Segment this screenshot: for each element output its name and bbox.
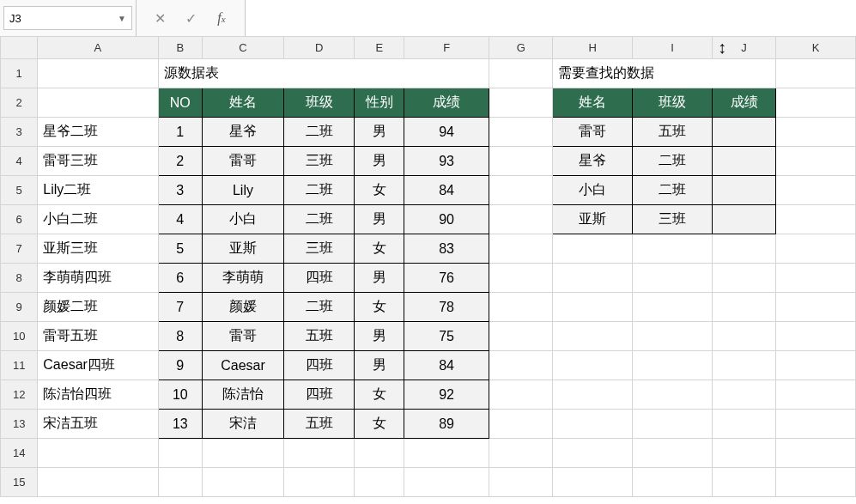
lk-hdr[interactable]: 成绩 [712,88,775,118]
spreadsheet[interactable]: A B C D E F G H I J K 1 源数据表 [0,36,856,497]
cell[interactable] [489,264,553,293]
col-header[interactable]: B [158,37,203,59]
col-header[interactable]: E [355,37,404,59]
col-header[interactable]: F [404,37,489,59]
cell[interactable] [158,468,203,497]
cell[interactable]: 4 [158,205,203,234]
cell[interactable]: 9 [158,351,203,380]
cell[interactable]: 13 [158,410,203,439]
cell[interactable]: 5 [158,234,203,264]
cell[interactable] [404,439,489,468]
row-header[interactable]: 15 [1,468,38,497]
src-hdr[interactable]: 班级 [283,88,354,118]
cell[interactable]: 7 [158,293,203,322]
cell[interactable] [712,176,775,205]
cell[interactable] [489,176,553,205]
cell[interactable] [712,264,775,293]
cell[interactable] [489,439,553,468]
cell[interactable]: 1 [158,118,203,147]
formula-input[interactable] [246,0,856,36]
cell[interactable]: 男 [355,264,404,293]
cell[interactable]: 四班 [283,351,354,380]
cell[interactable] [355,439,404,468]
cell[interactable]: 75 [404,322,489,351]
col-header[interactable]: J [712,37,775,59]
cell[interactable] [553,468,633,497]
cell[interactable] [203,439,284,468]
cell[interactable]: 78 [404,293,489,322]
col-header[interactable]: K [776,37,856,59]
cell[interactable]: 颜媛二班 [38,293,158,322]
cell[interactable] [776,410,856,439]
src-hdr[interactable]: 性别 [355,88,404,118]
cell[interactable]: 3 [158,176,203,205]
cell[interactable]: 李萌萌四班 [38,264,158,293]
cell[interactable] [633,234,713,264]
cell[interactable]: Caesar四班 [38,351,158,380]
cell[interactable]: 五班 [633,118,713,147]
cell[interactable] [553,439,633,468]
cell[interactable]: 女 [355,410,404,439]
cell[interactable]: 76 [404,264,489,293]
src-hdr[interactable]: NO [158,88,203,118]
cell[interactable]: 男 [355,147,404,176]
col-header[interactable]: G [489,37,553,59]
row-header[interactable]: 8 [1,264,38,293]
col-header[interactable]: H [553,37,633,59]
cell[interactable]: 三班 [633,205,713,234]
cell[interactable] [489,468,553,497]
cell[interactable]: 二班 [283,118,354,147]
cell[interactable] [553,322,633,351]
cell[interactable] [355,468,404,497]
cell[interactable]: 宋洁 [203,410,284,439]
cell[interactable]: Lily [203,176,284,205]
cell[interactable]: 93 [404,147,489,176]
cell[interactable]: 男 [355,322,404,351]
cell[interactable]: 男 [355,205,404,234]
cell[interactable]: 男 [355,118,404,147]
cell[interactable] [776,380,856,410]
cell[interactable]: 星爷二班 [38,118,158,147]
col-header[interactable]: D [283,37,354,59]
col-header[interactable]: A [38,37,158,59]
cell[interactable]: 雷哥五班 [38,322,158,351]
cell[interactable]: 二班 [633,147,713,176]
cell[interactable] [776,205,856,234]
cell[interactable] [712,439,775,468]
cell[interactable] [633,380,713,410]
row-header[interactable]: 10 [1,322,38,351]
cell[interactable] [712,351,775,380]
cell[interactable] [776,234,856,264]
cell[interactable]: 李萌萌 [203,264,284,293]
cell[interactable]: 五班 [283,322,354,351]
cell[interactable] [776,59,856,88]
cell[interactable] [712,147,775,176]
cell[interactable] [776,351,856,380]
cell[interactable] [38,59,158,88]
cell[interactable]: 6 [158,264,203,293]
cell[interactable] [776,468,856,497]
cell[interactable]: 三班 [283,234,354,264]
cell[interactable]: 四班 [283,264,354,293]
cell[interactable]: 女 [355,176,404,205]
cell[interactable]: 83 [404,234,489,264]
cell[interactable] [283,468,354,497]
cell[interactable]: 女 [355,293,404,322]
cell[interactable] [553,264,633,293]
row-header[interactable]: 1 [1,59,38,88]
cell[interactable] [404,468,489,497]
cell[interactable] [776,322,856,351]
cell[interactable]: 2 [158,147,203,176]
cell[interactable]: Caesar [203,351,284,380]
cell[interactable] [712,205,775,234]
cell[interactable]: 二班 [283,293,354,322]
cell[interactable] [633,351,713,380]
cell[interactable]: 小白 [553,176,633,205]
cell[interactable]: 94 [404,118,489,147]
cell[interactable]: 雷哥三班 [38,147,158,176]
cell[interactable] [283,439,354,468]
cell[interactable]: 男 [355,351,404,380]
cell[interactable] [489,410,553,439]
cell[interactable] [712,468,775,497]
cell[interactable] [38,468,158,497]
